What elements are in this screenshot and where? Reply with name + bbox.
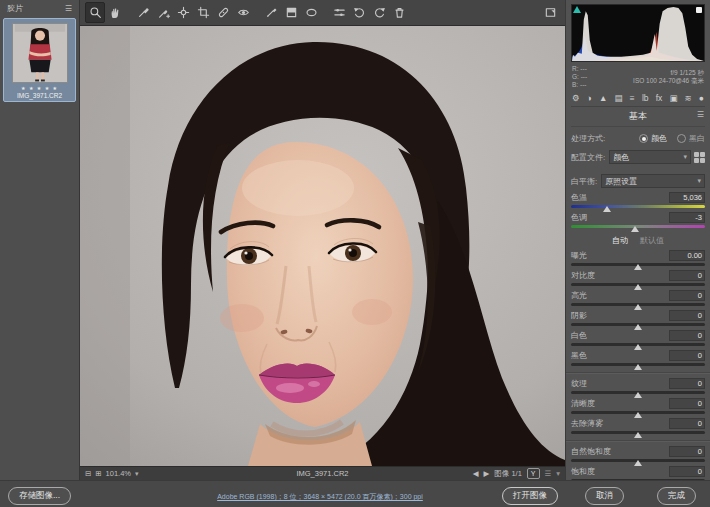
slider-track[interactable] bbox=[571, 205, 705, 208]
white-balance-dropdown[interactable]: 原照设置▾ bbox=[601, 174, 705, 188]
before-after-toggle[interactable]: Y bbox=[527, 468, 540, 479]
rotate-left-icon[interactable] bbox=[349, 2, 369, 23]
slider-handle[interactable] bbox=[634, 460, 642, 466]
preview-options-icon[interactable]: ☰ bbox=[545, 469, 552, 478]
next-image-button[interactable]: ▶ bbox=[484, 469, 490, 478]
panel-tab-icon[interactable]: ◑ bbox=[587, 93, 592, 103]
dialog-footer: 存储图像... Adobe RGB (1998)；8 位；3648 × 5472… bbox=[0, 480, 710, 507]
slider-value[interactable]: 0 bbox=[669, 398, 705, 409]
preview-dropdown-icon[interactable]: ▾ bbox=[556, 469, 560, 478]
slider-value[interactable]: 0 bbox=[669, 446, 705, 457]
workflow-options-link[interactable]: Adobe RGB (1998)；8 位；3648 × 5472 (20.0 百… bbox=[160, 492, 480, 502]
slider-value[interactable]: 0 bbox=[669, 310, 705, 321]
profile-dropdown[interactable]: 颜色▾ bbox=[609, 150, 691, 164]
color-sampler-tool-icon[interactable] bbox=[153, 2, 173, 23]
preferences-icon[interactable] bbox=[329, 2, 349, 23]
hand-tool-icon[interactable] bbox=[105, 2, 125, 23]
default-link[interactable]: 默认值 bbox=[640, 236, 664, 245]
slider-value[interactable]: 5,036 bbox=[669, 192, 705, 203]
done-button[interactable]: 完成 bbox=[657, 487, 696, 505]
slider-handle[interactable] bbox=[634, 392, 642, 398]
panel-tab-icon[interactable]: ▤ bbox=[615, 93, 623, 103]
slider-handle[interactable] bbox=[634, 304, 642, 310]
targeted-adjustment-tool-icon[interactable] bbox=[173, 2, 193, 23]
slider-track[interactable] bbox=[571, 411, 705, 414]
slider-handle[interactable] bbox=[634, 364, 642, 370]
slider-track[interactable] bbox=[571, 225, 705, 228]
color-radio-label[interactable]: 颜色 bbox=[651, 133, 667, 144]
delete-icon[interactable] bbox=[389, 2, 409, 23]
slider-track[interactable] bbox=[571, 283, 705, 286]
slider-track[interactable] bbox=[571, 343, 705, 346]
slider-row: 纹理 0 bbox=[571, 378, 705, 394]
bw-radio-label[interactable]: 黑白 bbox=[689, 133, 705, 144]
panel-tab-icon[interactable]: lb bbox=[642, 93, 649, 103]
slider-value[interactable]: 0 bbox=[669, 418, 705, 429]
open-image-button[interactable]: 打开图像 bbox=[502, 487, 558, 505]
panel-tab-icon[interactable]: fx bbox=[656, 93, 663, 103]
save-image-button[interactable]: 存储图像... bbox=[8, 487, 71, 505]
slider-value[interactable]: 0 bbox=[669, 378, 705, 389]
panel-menu-icon[interactable]: ☰ bbox=[697, 110, 704, 119]
white-balance-tool-icon[interactable] bbox=[133, 2, 153, 23]
zoom-level[interactable]: 101.4% bbox=[106, 469, 131, 478]
auto-link[interactable]: 自动 bbox=[612, 236, 628, 245]
slider-handle[interactable] bbox=[634, 324, 642, 330]
adjustment-brush-tool-icon[interactable] bbox=[261, 2, 281, 23]
panel-tab-icon[interactable]: ▲ bbox=[599, 93, 607, 103]
slider-handle[interactable] bbox=[631, 226, 639, 232]
slider-value[interactable]: 0 bbox=[669, 466, 705, 477]
slider-row: 阴影 0 bbox=[571, 310, 705, 326]
prev-image-button[interactable]: ◀ bbox=[473, 469, 479, 478]
slider-handle[interactable] bbox=[634, 264, 642, 270]
color-radio[interactable] bbox=[639, 134, 648, 143]
slider-track[interactable] bbox=[571, 323, 705, 326]
slider-value[interactable]: 0 bbox=[669, 330, 705, 341]
shadow-clipping-indicator[interactable] bbox=[573, 6, 581, 13]
panel-tab-icon[interactable]: ≡ bbox=[630, 93, 635, 103]
thumbnail-rating[interactable]: ★ ★ ★ ★ ★ bbox=[8, 85, 71, 91]
slider-track[interactable] bbox=[571, 303, 705, 306]
panel-tab-icon[interactable]: ⚙ bbox=[572, 93, 580, 103]
rotate-right-icon[interactable] bbox=[369, 2, 389, 23]
zoom-in-icon[interactable]: ⊞ bbox=[95, 469, 101, 478]
white-balance-label: 白平衡: bbox=[571, 176, 597, 187]
bw-radio[interactable] bbox=[677, 134, 686, 143]
slider-handle[interactable] bbox=[634, 432, 642, 438]
cancel-button[interactable]: 取消 bbox=[585, 487, 624, 505]
slider-track[interactable] bbox=[571, 363, 705, 366]
histogram bbox=[571, 4, 705, 62]
highlight-clipping-indicator[interactable] bbox=[696, 7, 702, 13]
slider-label: 清晰度 bbox=[571, 398, 595, 409]
slider-track[interactable] bbox=[571, 431, 705, 434]
spot-removal-tool-icon[interactable] bbox=[213, 2, 233, 23]
slider-value[interactable]: 0 bbox=[669, 270, 705, 281]
slider-handle[interactable] bbox=[634, 344, 642, 350]
slider-handle[interactable] bbox=[634, 412, 642, 418]
slider-value[interactable]: 0 bbox=[669, 290, 705, 301]
panel-tab-icon[interactable]: ▣ bbox=[669, 93, 677, 103]
slider-value[interactable]: -3 bbox=[669, 212, 705, 223]
slider-row: 色调 -3 bbox=[571, 212, 705, 228]
zoom-tool-icon[interactable] bbox=[85, 2, 105, 23]
slider-track[interactable] bbox=[571, 263, 705, 266]
zoom-level-caret-icon[interactable]: ▾ bbox=[135, 470, 139, 478]
red-eye-tool-icon[interactable] bbox=[233, 2, 253, 23]
slider-track[interactable] bbox=[571, 459, 705, 462]
slider-track[interactable] bbox=[571, 391, 705, 394]
toggle-fullscreen-icon[interactable] bbox=[540, 2, 560, 23]
slider-handle[interactable] bbox=[603, 206, 611, 212]
radial-filter-tool-icon[interactable] bbox=[301, 2, 321, 23]
slider-value[interactable]: 0.00 bbox=[669, 250, 705, 261]
filmstrip-thumbnail-selected[interactable]: ★ ★ ★ ★ ★ IMG_3971.CR2 bbox=[3, 18, 76, 102]
zoom-out-icon[interactable]: ⊟ bbox=[85, 469, 91, 478]
slider-value[interactable]: 0 bbox=[669, 350, 705, 361]
slider-handle[interactable] bbox=[634, 284, 642, 290]
transform-tool-icon[interactable] bbox=[193, 2, 213, 23]
graduated-filter-tool-icon[interactable] bbox=[281, 2, 301, 23]
panel-tab-icon[interactable]: ≋ bbox=[685, 93, 692, 103]
profile-browser-icon[interactable] bbox=[694, 152, 705, 163]
image-canvas[interactable] bbox=[80, 26, 565, 466]
panel-tab-icon[interactable]: ● bbox=[699, 93, 704, 103]
filmstrip-menu-icon[interactable]: ☰ bbox=[65, 4, 72, 13]
